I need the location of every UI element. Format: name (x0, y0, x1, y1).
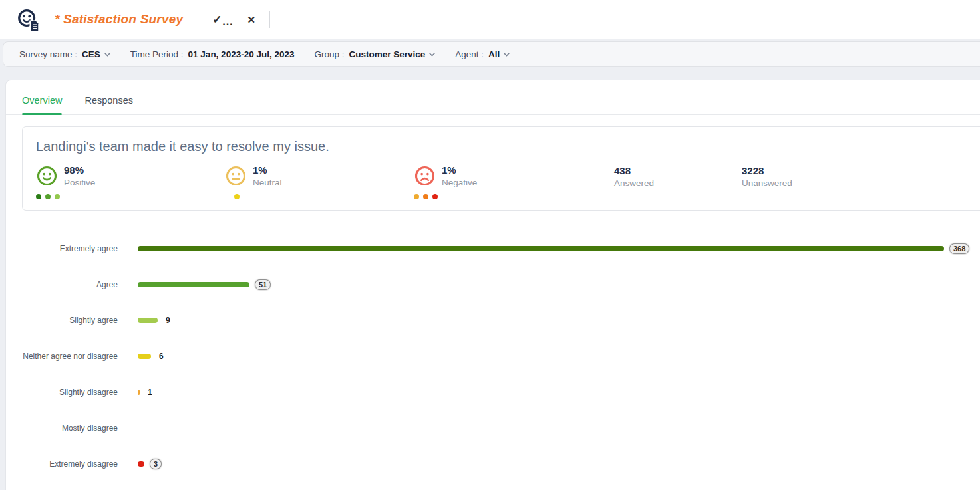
sentiment-dot (55, 194, 60, 199)
stat-value: 1% (442, 164, 477, 176)
chart-bar-area: 3 (138, 459, 980, 469)
stat-value: 98% (64, 164, 95, 176)
chart-bar[interactable] (138, 246, 944, 251)
overview-panel: Overview Responses Landingi's team made … (5, 80, 980, 490)
chart-bar[interactable] (138, 461, 144, 467)
chevron-down-icon (429, 53, 435, 57)
stat-value: 1% (253, 164, 282, 176)
sentiment-dot (432, 194, 438, 199)
chart-bar-area: 6 (138, 352, 980, 361)
chart-category-label: Neither agree nor disagree (6, 352, 118, 361)
filter-agent[interactable]: Agent : All (455, 49, 510, 59)
app-header: * Satisfaction Survey ✓ … ✕ (0, 0, 980, 39)
sentiment-dot (234, 194, 240, 199)
chart-category-label: Slightly agree (6, 316, 118, 325)
stat-negative: 1% Negative (414, 165, 603, 199)
chart-row: Slightly agree9 (6, 303, 980, 338)
filter-label: Group : (314, 49, 344, 59)
sentiment-dot (414, 194, 419, 199)
stat-value: 438 (614, 165, 742, 176)
vertical-divider (269, 11, 270, 28)
stat-value: 3228 (742, 165, 870, 176)
stat-neutral: 1% Neutral (225, 165, 414, 199)
sentiment-dots (36, 194, 225, 199)
filter-value: 01 Jan, 2023-20 Jul, 2023 (188, 49, 295, 59)
filter-bar: Survey name : CES Time Period : 01 Jan, … (3, 41, 980, 67)
negative-smiley-icon (414, 165, 436, 187)
chart-value-label: 9 (166, 316, 170, 325)
sentiment-dots (225, 194, 414, 199)
chart-bar-area: 368 (138, 243, 980, 254)
sentiment-dot (45, 194, 51, 199)
survey-question: Landingi's team made it easy to resolve … (36, 139, 979, 154)
stat-positive: 98% Positive (36, 165, 225, 199)
tab-label: Overview (22, 95, 62, 106)
satisfaction-survey-logo-icon (16, 6, 41, 33)
positive-smiley-icon (36, 165, 58, 187)
stat-label: Negative (442, 178, 477, 187)
chart-category-label: Agree (6, 280, 118, 289)
filter-label: Agent : (455, 49, 484, 59)
chart-value-label: 368 (949, 243, 969, 254)
filter-time-period[interactable]: Time Period : 01 Jan, 2023-20 Jul, 2023 (130, 49, 295, 59)
summary-stats: 98% Positive (36, 165, 979, 199)
chart-category-label: Mostly disagree (6, 424, 118, 433)
chart-row: Neither agree nor disagree6 (6, 338, 980, 374)
tab-overview[interactable]: Overview (22, 95, 62, 114)
chevron-down-icon (104, 53, 110, 57)
chart-bar[interactable] (138, 390, 140, 395)
stat-label: Positive (64, 178, 95, 187)
stat-label: Answered (614, 178, 742, 188)
sentiment-dots (414, 194, 603, 199)
chart-row: Agree51 (6, 267, 980, 303)
filter-label: Time Period : (130, 49, 184, 59)
filter-value: Customer Service (349, 49, 426, 59)
chart-bar[interactable] (138, 318, 158, 323)
chevron-down-icon (504, 53, 510, 57)
summary-card: Landingi's team made it easy to resolve … (22, 126, 980, 211)
chart-category-label: Extremely disagree (6, 459, 118, 469)
sentiment-dot (244, 194, 249, 199)
chart-bar-area: 9 (138, 316, 980, 325)
stat-unanswered: 3228 Unanswered (742, 165, 870, 188)
chart-bar[interactable] (138, 354, 151, 359)
filter-survey-name[interactable]: Survey name : CES (19, 49, 110, 59)
chart-category-label: Slightly disagree (6, 388, 118, 397)
tabs: Overview Responses (6, 80, 980, 115)
close-icon: ✕ (247, 15, 255, 25)
chart-category-label: Extremely agree (6, 244, 118, 253)
sentiment-dot (36, 194, 41, 199)
tab-label: Responses (84, 95, 133, 106)
chart-bar-area: 1 (138, 388, 980, 397)
chart-value-label: 6 (159, 352, 164, 361)
check-more-button[interactable]: ✓ … (208, 11, 238, 28)
chart-row: Slightly disagree1 (6, 374, 980, 410)
chart-value-label: 3 (150, 459, 162, 469)
close-button[interactable]: ✕ (243, 12, 259, 27)
sentiment-dot (423, 194, 428, 199)
filter-value: All (488, 49, 500, 59)
chart-value-label: 1 (148, 388, 152, 397)
vertical-divider (603, 165, 603, 195)
tab-responses[interactable]: Responses (84, 95, 133, 114)
filter-label: Survey name : (19, 49, 77, 59)
chart-bar[interactable] (138, 282, 249, 287)
stat-label: Unanswered (742, 178, 870, 188)
page-title: * Satisfaction Survey (55, 12, 183, 27)
chart-row: Extremely agree368 (6, 231, 980, 267)
chart-bar-area: 51 (138, 279, 980, 290)
sentiment-dot (225, 194, 230, 199)
chart-row: Extremely disagree3 (6, 446, 980, 482)
stat-label: Neutral (253, 178, 282, 187)
check-icon: ✓ (212, 14, 222, 25)
filter-group[interactable]: Group : Customer Service (314, 49, 435, 59)
chart-value-label: 51 (255, 279, 271, 290)
chart-row: Mostly disagree (6, 410, 980, 446)
vertical-divider (198, 11, 198, 28)
filter-value: CES (82, 49, 100, 59)
stat-answered: 438 Answered (614, 165, 742, 188)
ellipsis-icon: … (222, 19, 234, 25)
neutral-smiley-icon (225, 165, 247, 187)
bar-chart: Extremely agree368Agree51Slightly agree9… (6, 231, 980, 482)
